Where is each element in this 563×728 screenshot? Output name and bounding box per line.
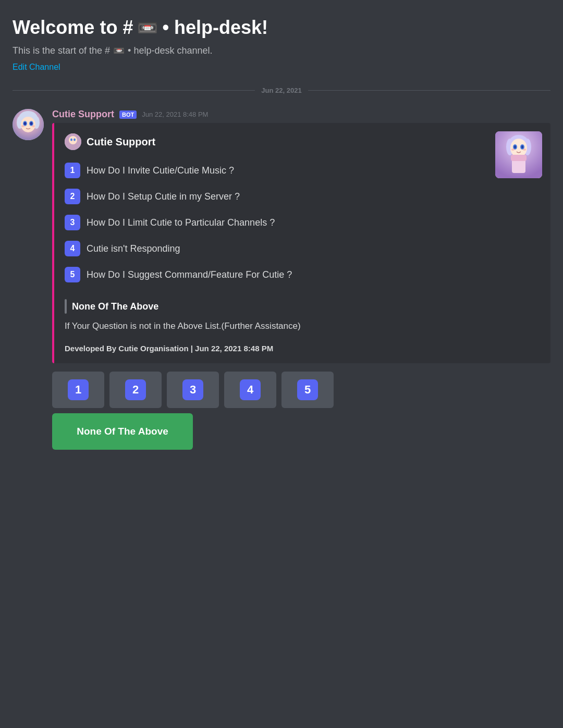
date-divider-text: Jun 22, 2021 xyxy=(261,87,301,94)
svg-point-8 xyxy=(30,122,33,125)
menu-item-2: 2 How Do I Setup Cutie in my Server ? xyxy=(65,189,540,204)
channel-title: Welcome to # 📼 • help-desk! xyxy=(13,17,550,39)
divider-line-right xyxy=(308,90,550,91)
buttons-row: 1 2 3 4 5 xyxy=(52,372,550,408)
num-btn-badge-2: 2 xyxy=(125,379,146,400)
embed-title: Cutie Support xyxy=(87,136,155,148)
svg-rect-23 xyxy=(511,155,527,161)
subtitle-suffix: • help-desk channel. xyxy=(128,45,212,56)
menu-item-text-1: How Do I Invite Cutie/Cutie Music ? xyxy=(87,165,234,176)
embed-footer: Developed By Cutie Organisation | Jun 22… xyxy=(65,344,540,353)
svg-point-7 xyxy=(24,122,27,125)
divider-line-left xyxy=(13,90,255,91)
svg-point-25 xyxy=(69,136,77,144)
svg-point-9 xyxy=(21,125,25,127)
svg-point-19 xyxy=(521,145,523,149)
message-container: Cutie Support BOT Jun 22, 2021 8:48 PM xyxy=(13,105,550,454)
svg-point-21 xyxy=(523,149,526,151)
message-body: Cutie Support BOT Jun 22, 2021 8:48 PM xyxy=(52,109,550,450)
number-badge-2: 2 xyxy=(65,189,80,204)
number-badge-1: 1 xyxy=(65,163,80,178)
embed-card: Cutie Support 1 How Do I Invite Cutie/Cu… xyxy=(52,123,550,363)
num-btn-badge-1: 1 xyxy=(68,379,89,400)
svg-point-10 xyxy=(32,125,35,127)
subtitle-prefix: This is the start of the # xyxy=(13,45,110,56)
bot-badge: BOT xyxy=(119,110,137,119)
channel-header: Welcome to # 📼 • help-desk! This is the … xyxy=(13,17,550,72)
num-btn-badge-5: 5 xyxy=(297,379,318,400)
svg-point-26 xyxy=(70,139,72,141)
number-button-2[interactable]: 2 xyxy=(109,372,162,408)
none-above-label: None Of The Above xyxy=(65,299,540,314)
menu-item-3: 3 How Do I Limit Cutie to Particular Cha… xyxy=(65,215,540,230)
menu-item-5: 5 How Do I Suggest Command/Feature For C… xyxy=(65,267,540,282)
menu-item-text-4: Cutie isn't Responding xyxy=(87,243,180,254)
title-suffix: • help-desk! xyxy=(162,17,268,39)
number-button-1[interactable]: 1 xyxy=(52,372,104,408)
none-above-title: None Of The Above xyxy=(72,301,158,312)
number-badge-4: 4 xyxy=(65,241,80,256)
menu-item-4: 4 Cutie isn't Responding xyxy=(65,241,540,256)
svg-point-4 xyxy=(21,117,35,132)
svg-point-27 xyxy=(74,139,76,141)
number-button-4[interactable]: 4 xyxy=(224,372,276,408)
embed-icon xyxy=(65,133,81,150)
menu-item-text-3: How Do I Limit Cutie to Particular Chann… xyxy=(87,217,275,228)
none-above-bar xyxy=(65,299,67,314)
date-divider: Jun 22, 2021 xyxy=(13,87,550,94)
none-above-button[interactable]: None Of The Above xyxy=(52,413,193,450)
timestamp: Jun 22, 2021 8:48 PM xyxy=(142,110,208,118)
number-button-5[interactable]: 5 xyxy=(282,372,334,408)
number-button-3[interactable]: 3 xyxy=(167,372,219,408)
number-badge-5: 5 xyxy=(65,267,80,282)
channel-subtitle: This is the start of the # 📼 • help-desk… xyxy=(13,45,550,56)
menu-item-text-5: How Do I Suggest Command/Feature For Cut… xyxy=(87,269,292,280)
none-above-section: None Of The Above If Your Question is no… xyxy=(65,297,540,353)
username: Cutie Support xyxy=(52,109,114,120)
menu-item-1: 1 How Do I Invite Cutie/Cutie Music ? xyxy=(65,163,540,178)
edit-channel-link[interactable]: Edit Channel xyxy=(13,63,60,72)
num-btn-badge-3: 3 xyxy=(182,379,203,400)
embed-thumbnail xyxy=(495,131,542,178)
num-btn-badge-4: 4 xyxy=(240,379,261,400)
svg-point-20 xyxy=(511,149,515,151)
subtitle-emoji: 📼 xyxy=(113,45,125,56)
title-prefix: Welcome to # xyxy=(13,17,133,39)
avatar xyxy=(13,109,44,140)
svg-point-15 xyxy=(510,139,527,157)
svg-point-18 xyxy=(514,145,516,149)
message-header: Cutie Support BOT Jun 22, 2021 8:48 PM xyxy=(52,109,550,120)
none-above-desc: If Your Question is not in the Above Lis… xyxy=(65,321,540,331)
number-badge-3: 3 xyxy=(65,215,80,230)
menu-item-text-2: How Do I Setup Cutie in my Server ? xyxy=(87,191,240,202)
menu-items-list: 1 How Do I Invite Cutie/Cutie Music ? 2 … xyxy=(65,163,540,282)
embed-header: Cutie Support xyxy=(65,133,540,150)
title-emoji: 📼 xyxy=(137,18,158,38)
